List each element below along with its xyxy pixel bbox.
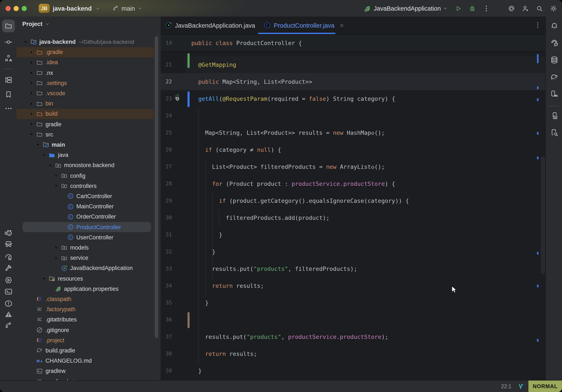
tree-item-monostore-backend[interactable]: monostore.backend bbox=[47, 160, 114, 170]
code-line-38[interactable]: 38return results; bbox=[161, 345, 545, 362]
chevron-right-icon[interactable] bbox=[28, 70, 35, 76]
code-line-29[interactable]: 29if (product.getCategory().equalsIgnore… bbox=[161, 192, 545, 209]
commit-icon[interactable] bbox=[4, 38, 12, 46]
tree-item--nx[interactable]: .nx bbox=[28, 68, 53, 78]
tree-item-cartcontroller[interactable]: CCartController bbox=[59, 191, 112, 201]
tree-item-src[interactable]: src bbox=[28, 129, 53, 140]
code-line-35[interactable]: 35} bbox=[161, 294, 545, 311]
stripe-change-mark[interactable] bbox=[537, 132, 539, 135]
sticky-line[interactable]: 14public class ProductController { bbox=[161, 35, 545, 52]
code-line-32[interactable]: 32} bbox=[161, 243, 545, 260]
tree-item-gradlew[interactable]: gradlew bbox=[28, 366, 66, 376]
stripe-change-mark[interactable] bbox=[537, 339, 539, 342]
tree-item--vscode[interactable]: .vscode bbox=[28, 88, 65, 98]
chevron-down-icon[interactable] bbox=[53, 183, 59, 189]
chevron-right-icon[interactable] bbox=[28, 80, 35, 86]
code-line-text[interactable]: return results; bbox=[191, 345, 257, 362]
line-number[interactable]: 35 bbox=[161, 294, 172, 311]
debug-icon[interactable] bbox=[468, 4, 476, 12]
line-number[interactable]: 28 bbox=[161, 175, 172, 192]
project-folder-icon[interactable] bbox=[4, 22, 12, 30]
line-number[interactable]: 25 bbox=[161, 124, 172, 141]
tree-item-config[interactable]: config bbox=[53, 170, 85, 181]
warning-triangle-icon[interactable] bbox=[4, 310, 12, 319]
terminal-icon[interactable] bbox=[4, 287, 12, 296]
tree-item-usercontroller[interactable]: CUserController bbox=[59, 232, 113, 242]
line-number[interactable]: 31 bbox=[161, 226, 172, 243]
code-line-text[interactable]: for (Product product : productService.pr… bbox=[191, 175, 395, 192]
tree-item-build[interactable]: build bbox=[28, 109, 58, 119]
tree-item-main[interactable]: main bbox=[35, 140, 65, 150]
code-line-37[interactable]: 37results.put("products", productService… bbox=[161, 328, 545, 345]
line-number[interactable]: 24 bbox=[161, 107, 172, 124]
chevron-right-icon[interactable] bbox=[28, 101, 35, 107]
tree-item--gradle[interactable]: .gradle bbox=[28, 47, 63, 57]
code-line-text[interactable]: results.put("products", filteredProducts… bbox=[191, 260, 357, 277]
tree-item-controllers[interactable]: controllers bbox=[53, 181, 97, 191]
device-screen-icon[interactable] bbox=[550, 111, 558, 120]
chevron-down-icon[interactable] bbox=[41, 152, 47, 158]
tree-item--project[interactable]: .project bbox=[28, 335, 64, 345]
chevron-down-icon[interactable] bbox=[22, 39, 28, 45]
more-horizontal-icon[interactable] bbox=[4, 104, 12, 113]
bookmarks-icon[interactable] bbox=[4, 90, 12, 98]
code-line-24[interactable]: 24 bbox=[161, 107, 545, 124]
ai-chat-icon[interactable] bbox=[550, 39, 558, 47]
line-number[interactable]: 14 bbox=[161, 35, 172, 51]
tree-item-gradle[interactable]: gradle bbox=[28, 119, 61, 129]
code-line-text[interactable]: public Map<String, List<Product>> bbox=[191, 73, 312, 90]
vim-mode-badge[interactable]: NORMAL bbox=[528, 380, 562, 392]
code-line-33[interactable]: 33results.put("products", filteredProduc… bbox=[161, 260, 545, 277]
stripe-change-mark[interactable] bbox=[537, 156, 539, 159]
code-line-27[interactable]: 27List<Product> filteredProducts = new A… bbox=[161, 158, 545, 175]
line-number[interactable]: 21 bbox=[161, 56, 172, 73]
chevron-down-icon[interactable] bbox=[41, 275, 47, 282]
incognito-icon[interactable] bbox=[4, 240, 12, 248]
stripe-change-mark[interactable] bbox=[537, 54, 539, 63]
tree-item--gitattributes[interactable]: .gitattributes bbox=[28, 315, 77, 325]
tree-item--factorypath[interactable]: .factorypath bbox=[28, 304, 75, 314]
code-line-text[interactable]: if (product.getCategory().equalsIgnoreCa… bbox=[191, 192, 409, 209]
chevron-right-icon[interactable] bbox=[28, 49, 35, 55]
code-line-23[interactable]: 23getAll(@RequestParam(required = false)… bbox=[161, 90, 545, 107]
code-line-text[interactable]: @GetMapping bbox=[191, 56, 236, 73]
code-line-text[interactable]: results.put("products", productService.p… bbox=[191, 328, 388, 345]
vcs-modified-marker[interactable] bbox=[187, 91, 190, 107]
code-line-39[interactable]: 39} bbox=[161, 362, 545, 379]
code-line-text[interactable]: } bbox=[191, 362, 202, 379]
run-configuration-selector[interactable]: JavaBackendApplication bbox=[374, 5, 441, 12]
tree-item--classpath[interactable]: .classpath bbox=[28, 294, 71, 304]
tab-productcontroller-java[interactable]: CProductController.java bbox=[264, 17, 345, 34]
tree-item-service[interactable]: service bbox=[53, 253, 88, 263]
line-number[interactable]: 23 bbox=[161, 90, 172, 107]
chevron-down-icon[interactable] bbox=[443, 6, 448, 11]
problems-icon[interactable] bbox=[4, 299, 12, 308]
chevron-down-icon[interactable] bbox=[47, 162, 53, 168]
tree-item-java-backend[interactable]: java-backend~/Github/java-backend bbox=[22, 37, 134, 47]
ai-assistant-icon[interactable] bbox=[508, 4, 515, 12]
stripe-change-mark[interactable] bbox=[537, 98, 539, 101]
ideavim-icon[interactable] bbox=[517, 383, 524, 390]
tree-item-application-properties[interactable]: application.properties bbox=[47, 284, 119, 294]
code-line-text[interactable]: getAll(@RequestParam(required = false) S… bbox=[191, 90, 395, 107]
line-number[interactable]: 37 bbox=[161, 328, 172, 345]
code-line-text[interactable]: Map<String, List<Product>> results = new… bbox=[191, 124, 385, 141]
stripe-change-mark[interactable] bbox=[537, 86, 539, 89]
tree-item-java[interactable]: java bbox=[41, 150, 69, 160]
tree-item-productcontroller[interactable]: CProductController bbox=[59, 222, 121, 232]
code-line-30[interactable]: 30filteredProducts.add(product); bbox=[161, 209, 545, 226]
chevron-right-icon[interactable] bbox=[53, 245, 59, 251]
speed-cat-icon[interactable] bbox=[4, 228, 12, 237]
line-number[interactable]: 26 bbox=[161, 141, 172, 158]
chevron-right-icon[interactable] bbox=[28, 59, 35, 65]
project-tree-scrollbar[interactable] bbox=[155, 36, 158, 338]
code-line-36[interactable]: 36 bbox=[161, 311, 545, 328]
code-line-22[interactable]: 22public Map<String, List<Product>> bbox=[161, 73, 545, 90]
device-search-icon[interactable] bbox=[550, 128, 558, 137]
line-number[interactable]: 30 bbox=[161, 209, 172, 226]
chevron-down-icon[interactable] bbox=[95, 5, 101, 11]
device-android-icon[interactable] bbox=[550, 90, 558, 98]
minimize-window-icon[interactable] bbox=[14, 6, 19, 11]
database-icon[interactable] bbox=[550, 56, 558, 64]
more-vertical-icon[interactable] bbox=[482, 4, 490, 12]
